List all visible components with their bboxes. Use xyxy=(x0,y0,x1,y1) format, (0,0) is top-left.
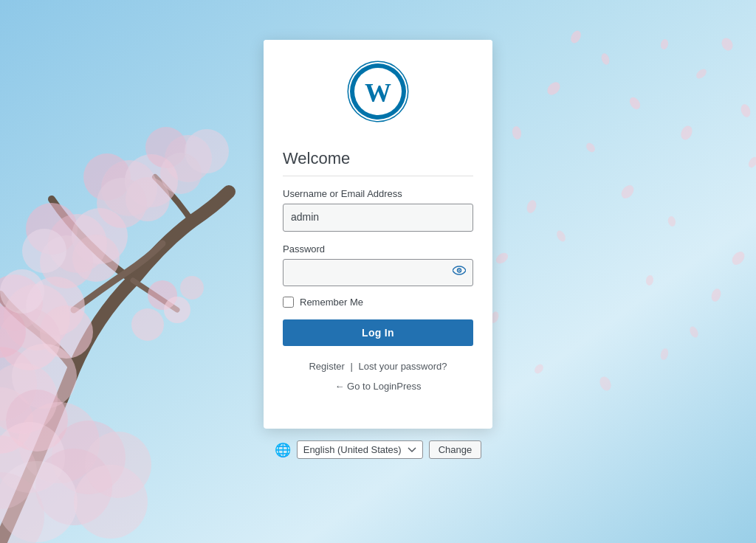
password-input[interactable] xyxy=(283,259,473,287)
language-icon: 🌐 xyxy=(275,442,291,458)
password-toggle-icon[interactable] xyxy=(453,266,466,279)
page-wrapper: W Welcome Username or Email Address Pass… xyxy=(0,0,756,543)
username-group: Username or Email Address xyxy=(283,188,473,232)
svg-point-73 xyxy=(458,270,460,272)
register-link[interactable]: Register xyxy=(309,361,344,372)
password-input-wrapper xyxy=(283,259,473,287)
login-button[interactable]: Log In xyxy=(283,319,473,346)
remember-me-checkbox[interactable] xyxy=(283,297,294,308)
username-input-wrapper xyxy=(283,204,473,232)
lost-password-link[interactable]: Lost your password? xyxy=(359,361,447,372)
password-group: Password xyxy=(283,243,473,287)
username-input[interactable] xyxy=(283,204,473,232)
language-select[interactable]: English (United States) English (UK) Esp… xyxy=(297,440,423,459)
wordpress-logo: W xyxy=(347,60,409,122)
go-to-loginpress-link[interactable]: ← Go to LoginPress xyxy=(334,381,421,392)
welcome-heading: Welcome xyxy=(283,149,473,176)
remember-me-label[interactable]: Remember Me xyxy=(300,297,363,308)
username-label: Username or Email Address xyxy=(283,188,473,199)
password-label: Password xyxy=(283,243,473,255)
svg-text:W: W xyxy=(365,78,391,108)
login-card: W Welcome Username or Email Address Pass… xyxy=(264,40,492,429)
card-body: Welcome Username or Email Address Passwo… xyxy=(264,137,492,407)
link-separator: | xyxy=(351,361,353,372)
language-bar: 🌐 English (United States) English (UK) E… xyxy=(275,440,482,459)
bottom-links: Register | Lost your password? xyxy=(283,361,473,372)
logo-area: W xyxy=(264,40,492,137)
change-language-button[interactable]: Change xyxy=(429,440,482,459)
go-to-loginpress: ← Go to LoginPress xyxy=(283,381,473,392)
remember-me-row: Remember Me xyxy=(283,297,473,308)
